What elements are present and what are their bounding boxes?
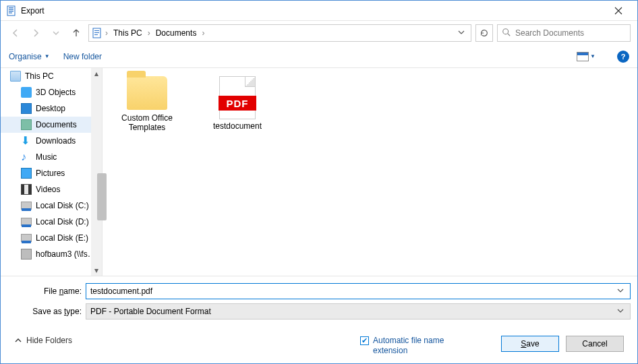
nav-tree: This PC 3D Objects Desktop Documents ⬇Do… bbox=[1, 68, 102, 276]
crumb-root[interactable]: This PC bbox=[111, 27, 145, 39]
tree-item-videos[interactable]: Videos bbox=[1, 181, 102, 198]
3d-icon bbox=[21, 87, 32, 98]
disk-icon bbox=[21, 202, 32, 210]
help-button[interactable]: ? bbox=[617, 51, 629, 63]
organise-label: Organise bbox=[9, 52, 42, 61]
scroll-up-icon[interactable]: ▴ bbox=[91, 68, 102, 79]
nav-up-button[interactable] bbox=[68, 25, 84, 41]
svg-rect-1 bbox=[9, 7, 13, 8]
file-list[interactable]: Custom Office Templates PDF testdocument bbox=[103, 68, 637, 276]
chevron-up-icon bbox=[14, 336, 22, 344]
auto-extension-label[interactable]: Automatic file name extension bbox=[373, 336, 467, 355]
check-icon: ✔ bbox=[361, 337, 368, 344]
chevron-down-icon: ▼ bbox=[45, 53, 50, 59]
tree-item-disk-e[interactable]: Local Disk (E:) bbox=[1, 230, 102, 246]
folder-item[interactable]: Custom Office Templates bbox=[111, 76, 183, 133]
tree-item-desktop[interactable]: Desktop bbox=[1, 100, 102, 117]
save-button[interactable]: Save bbox=[501, 336, 559, 352]
chevron-down-icon: ▼ bbox=[590, 53, 596, 59]
search-box[interactable] bbox=[497, 24, 631, 42]
filename-history-drop[interactable] bbox=[615, 286, 626, 296]
pdf-file-icon: PDF bbox=[219, 76, 256, 119]
svg-point-9 bbox=[503, 28, 509, 34]
file-item[interactable]: PDF testdocument bbox=[201, 76, 274, 131]
pictures-icon bbox=[21, 168, 32, 179]
scroll-down-icon[interactable]: ▾ bbox=[91, 265, 102, 276]
tree-item-disk-c[interactable]: Local Disk (C:) bbox=[1, 198, 102, 214]
crumb-current[interactable]: Documents bbox=[153, 27, 200, 39]
disk-icon bbox=[21, 234, 32, 242]
folder-label: Custom Office Templates bbox=[111, 114, 183, 133]
filename-input[interactable] bbox=[90, 286, 615, 296]
cancel-button[interactable]: Cancel bbox=[566, 336, 624, 352]
close-button[interactable] bbox=[605, 1, 632, 21]
tree-item-music[interactable]: ♪Music bbox=[1, 149, 102, 165]
tree-scrollbar[interactable]: ▴ ▾ bbox=[91, 68, 102, 276]
tree-item-pictures[interactable]: Pictures bbox=[1, 165, 102, 181]
hide-folders-label: Hide Folders bbox=[26, 336, 72, 345]
svg-rect-8 bbox=[94, 34, 98, 35]
window-icon bbox=[6, 5, 17, 16]
organise-menu[interactable]: Organise ▼ bbox=[9, 52, 50, 61]
view-options-button[interactable]: ▼ bbox=[577, 52, 596, 61]
close-icon bbox=[614, 7, 622, 15]
crumb-sep: › bbox=[200, 28, 206, 38]
svg-rect-3 bbox=[9, 11, 13, 11]
address-bar[interactable]: › This PC › Documents › bbox=[88, 24, 471, 42]
savetype-drop[interactable] bbox=[615, 307, 626, 316]
downloads-icon: ⬇ bbox=[21, 135, 32, 146]
address-history-drop[interactable] bbox=[455, 28, 468, 38]
disk-icon bbox=[21, 218, 32, 226]
tree-item-this-pc[interactable]: This PC bbox=[1, 68, 102, 84]
tree-item-network-share[interactable]: hofbaum3 (\\fs.… bbox=[1, 246, 102, 262]
refresh-icon bbox=[480, 28, 489, 38]
desktop-icon bbox=[21, 103, 32, 114]
folder-icon bbox=[127, 76, 167, 110]
hide-folders-button[interactable]: Hide Folders bbox=[14, 336, 72, 345]
tree-item-disk-d[interactable]: Local Disk (D:) bbox=[1, 214, 102, 230]
svg-rect-2 bbox=[9, 9, 13, 9]
location-icon bbox=[92, 28, 103, 38]
music-icon: ♪ bbox=[21, 152, 32, 162]
videos-icon bbox=[21, 184, 32, 195]
scroll-thumb[interactable] bbox=[97, 173, 107, 220]
crumb-sep: › bbox=[104, 28, 109, 38]
savetype-field[interactable]: PDF - Portable Document Format bbox=[86, 303, 631, 320]
auto-extension-checkbox[interactable]: ✔ bbox=[360, 336, 369, 345]
tree-item-downloads[interactable]: ⬇Downloads bbox=[1, 133, 102, 149]
tree-item-documents[interactable]: Documents bbox=[1, 117, 102, 133]
filename-field[interactable] bbox=[86, 283, 631, 299]
search-input[interactable] bbox=[515, 28, 626, 38]
tree-item-3d-objects[interactable]: 3D Objects bbox=[1, 84, 102, 100]
search-icon bbox=[502, 28, 511, 39]
file-label: testdocument bbox=[213, 122, 262, 131]
filename-label: File name: bbox=[7, 286, 86, 296]
savetype-label: Save as type: bbox=[7, 307, 86, 316]
svg-rect-4 bbox=[9, 12, 12, 13]
nav-recent-button[interactable] bbox=[48, 25, 64, 41]
crumb-sep: › bbox=[146, 28, 152, 38]
new-folder-button[interactable]: New folder bbox=[63, 52, 102, 61]
window-title: Export bbox=[21, 6, 45, 16]
svg-rect-7 bbox=[94, 32, 99, 33]
nav-back-button[interactable] bbox=[7, 25, 24, 41]
savetype-value: PDF - Portable Document Format bbox=[90, 307, 615, 316]
view-icon bbox=[577, 52, 589, 61]
pdf-band: PDF bbox=[219, 96, 256, 111]
network-icon bbox=[21, 249, 32, 260]
pc-icon bbox=[10, 71, 21, 82]
documents-icon bbox=[21, 119, 32, 130]
svg-rect-6 bbox=[94, 30, 99, 31]
refresh-button[interactable] bbox=[475, 24, 493, 42]
nav-forward-button[interactable] bbox=[28, 25, 44, 41]
